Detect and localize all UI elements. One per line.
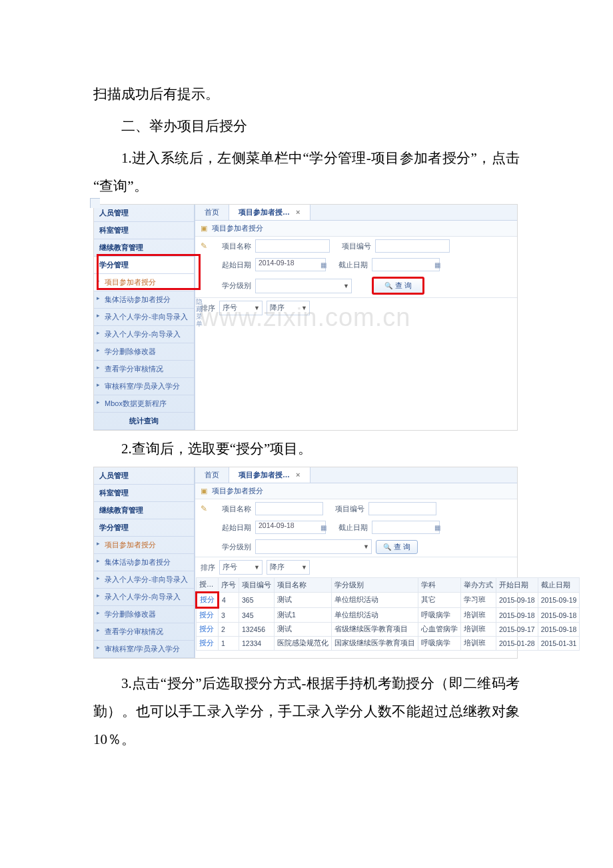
close-icon[interactable]: × bbox=[296, 471, 300, 479]
cell: 测试 bbox=[275, 623, 332, 637]
close-icon[interactable]: × bbox=[296, 208, 300, 216]
cell: 12334 bbox=[239, 637, 275, 651]
table-row: 授分 3 345 测试1 单位组织活动 呼吸病学 培训班 2015-09-18 … bbox=[197, 608, 580, 623]
col-mode: 举办方式 bbox=[461, 578, 496, 593]
calendar-icon[interactable]: ▦ bbox=[320, 524, 326, 531]
sort-field-select[interactable]: 序号 ▼ bbox=[219, 301, 263, 315]
label-end-date: 截止日期 bbox=[330, 523, 368, 533]
cell: 单位组织活动 bbox=[332, 608, 418, 623]
screenshot-2: 人员管理 科室管理 继续教育管理 学分管理 项目参加者授分 集体活动参加者授分 … bbox=[93, 467, 518, 659]
label-sort: 排序 bbox=[201, 563, 215, 573]
grant-link[interactable]: 授分 bbox=[197, 608, 219, 623]
project-code-input[interactable] bbox=[375, 239, 450, 253]
end-date-input[interactable] bbox=[372, 258, 440, 271]
sidebar-item[interactable]: 继续教育管理 bbox=[94, 502, 194, 519]
cell: 2 bbox=[219, 623, 239, 637]
sidebar-item[interactable]: 录入个人学分-向导录入 bbox=[94, 326, 194, 343]
label-project-code: 项目编号 bbox=[334, 241, 371, 251]
cell: 单位组织活动 bbox=[332, 593, 418, 608]
cell: 医院感染规范化 bbox=[275, 637, 332, 651]
sidebar-item[interactable]: 科室管理 bbox=[94, 222, 194, 239]
sidebar-item[interactable]: 科室管理 bbox=[94, 485, 194, 502]
credit-level-select[interactable]: ▼ bbox=[255, 279, 352, 293]
cell: 2015-09-18 bbox=[538, 608, 580, 623]
label-end-date: 截止日期 bbox=[330, 260, 368, 270]
cell: 测试 bbox=[275, 593, 332, 608]
sort-order-select[interactable]: 降序 ▼ bbox=[267, 560, 310, 575]
sidebar-item[interactable]: 审核科室/学员录入学分 bbox=[94, 641, 194, 658]
project-code-input[interactable] bbox=[368, 502, 436, 515]
sidebar-item[interactable]: 学分管理 bbox=[94, 519, 194, 537]
sidebar-item[interactable]: 学分删除修改器 bbox=[94, 606, 194, 623]
end-date-input[interactable] bbox=[372, 521, 440, 534]
table-row: 授分 4 365 测试 单位组织活动 其它 学习班 2015-09-18 201… bbox=[197, 593, 580, 608]
col-subj: 学科 bbox=[418, 578, 461, 593]
grant-link[interactable]: 授分 bbox=[197, 623, 219, 637]
grant-link[interactable]: 授分 bbox=[197, 637, 219, 651]
tab-home[interactable]: 首页 bbox=[195, 467, 229, 483]
section-heading: 二、举办项目后授分 bbox=[93, 112, 520, 140]
project-name-input[interactable] bbox=[255, 502, 323, 515]
sidebar-item[interactable]: 学分删除修改器 bbox=[94, 343, 194, 361]
start-date-input[interactable]: 2014-09-18 bbox=[255, 521, 326, 534]
sidebar-item[interactable]: 项目参加者授分 bbox=[94, 537, 194, 554]
credit-level-select[interactable]: ▼ bbox=[255, 539, 372, 554]
cell: 365 bbox=[239, 593, 275, 608]
search-icon: 🔍 bbox=[384, 282, 392, 289]
screenshot-1: 人员管理 科室管理 继续教育管理 学分管理 项目参加者授分 集体活动参加者授分 … bbox=[93, 204, 518, 431]
query-button[interactable]: 🔍 查 询 bbox=[372, 277, 424, 295]
sidebar-item[interactable]: 录入个人学分-向导录入 bbox=[94, 589, 194, 606]
tab-label: 项目参加者授… bbox=[239, 471, 290, 479]
sidebar-item[interactable]: Mbox数据更新程序 bbox=[94, 395, 194, 413]
sidebar-item[interactable]: 查看学分审核情况 bbox=[94, 361, 194, 378]
cell: 学习班 bbox=[461, 593, 496, 608]
sidebar-item[interactable]: 查看学分审核情况 bbox=[94, 623, 194, 641]
cell: 心血管病学 bbox=[418, 623, 461, 637]
cell: 呼吸病学 bbox=[418, 608, 461, 623]
folder-icon: ▣ bbox=[201, 224, 207, 233]
cell: 2015-01-28 bbox=[496, 637, 538, 651]
sidebar-item[interactable]: 录入个人学分-非向导录入 bbox=[94, 571, 194, 589]
start-date-input[interactable]: 2014-09-18 bbox=[255, 258, 326, 271]
cell: 2015-09-19 bbox=[538, 593, 580, 608]
cell: 测试1 bbox=[275, 608, 332, 623]
calendar-icon[interactable]: ▦ bbox=[434, 524, 440, 531]
folder-icon: ▣ bbox=[201, 487, 207, 495]
query-button[interactable]: 🔍 查 询 bbox=[376, 540, 418, 554]
col-start: 开始日期 bbox=[496, 578, 538, 593]
sort-field-select[interactable]: 序号 ▼ bbox=[219, 560, 263, 575]
search-icon: 🔍 bbox=[383, 543, 391, 551]
panel-title: ▣ 项目参加者授分 bbox=[195, 221, 517, 237]
chevron-down-icon: ▼ bbox=[343, 283, 349, 289]
col-code: 项目编号 bbox=[239, 578, 275, 593]
paragraph: 3.点击“授分”后选取授分方式-根据手持机考勤授分（即二维码考勤）。也可以手工录… bbox=[93, 669, 520, 753]
sidebar-item[interactable]: 人员管理 bbox=[94, 205, 194, 222]
paragraph: 扫描成功后有提示。 bbox=[93, 80, 520, 108]
tab-active[interactable]: 项目参加者授… × bbox=[229, 467, 310, 483]
cell: 2015-09-18 bbox=[496, 608, 538, 623]
cell: 2015-09-18 bbox=[538, 623, 580, 637]
sidebar-item-participant-credit[interactable]: 项目参加者授分 bbox=[94, 274, 194, 291]
sidebar-item[interactable]: 审核科室/学员录入学分 bbox=[94, 378, 194, 395]
sidebar-item[interactable]: 录入个人学分-非向导录入 bbox=[94, 309, 194, 326]
sidebar-item[interactable]: 集体活动参加者授分 bbox=[94, 291, 194, 309]
main-pane: 首页 项目参加者授… × ▣ 项目参加者授分 ✎ 项目名称 项目编号 bbox=[195, 467, 517, 658]
sidebar-item-credit-mgmt[interactable]: 学分管理 bbox=[94, 257, 194, 274]
sidebar-item[interactable]: 继续教育管理 bbox=[94, 239, 194, 257]
cell: 2015-09-18 bbox=[496, 593, 538, 608]
sort-order-select[interactable]: 降序 ▼ bbox=[267, 301, 310, 315]
pencil-icon: ✎ bbox=[201, 504, 207, 513]
sidebar-item[interactable]: 统计查询 bbox=[94, 413, 194, 430]
sidebar-item[interactable]: 集体活动参加者授分 bbox=[94, 554, 194, 571]
calendar-icon[interactable]: ▦ bbox=[320, 261, 326, 269]
tab-home[interactable]: 首页 bbox=[195, 205, 229, 220]
project-name-input[interactable] bbox=[255, 239, 330, 253]
calendar-icon[interactable]: ▦ bbox=[434, 261, 440, 269]
hide-menu-handle[interactable]: 隐藏菜单 bbox=[195, 298, 203, 327]
sidebar-item[interactable]: 人员管理 bbox=[94, 467, 194, 485]
grant-link[interactable]: 授分 bbox=[197, 593, 219, 608]
cell: 培训班 bbox=[461, 623, 496, 637]
tab-active[interactable]: 项目参加者授… × bbox=[229, 205, 310, 220]
paragraph: 1.进入系统后，左侧菜单栏中“学分管理-项目参加者授分”，点击“查询”。 bbox=[93, 144, 520, 200]
cell: 培训班 bbox=[461, 637, 496, 651]
